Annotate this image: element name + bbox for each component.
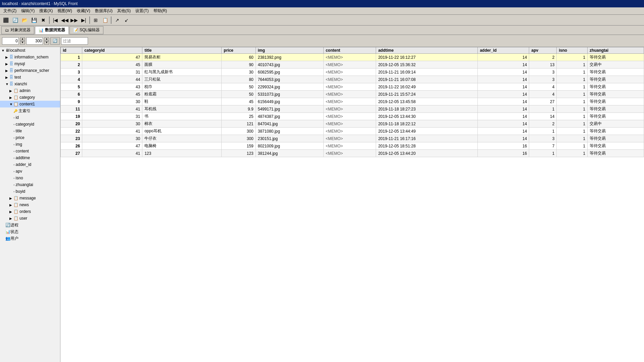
- sidebar-item-performance-schema[interactable]: ▶ 🗄 performance_scher: [0, 67, 60, 74]
- cell-isno[interactable]: 1: [557, 98, 588, 105]
- cell-apv[interactable]: 3: [529, 135, 557, 142]
- cell-addtime[interactable]: 2019-12-05 13:44:49: [376, 128, 478, 135]
- offset-spinner[interactable]: ▲ ▼: [20, 37, 25, 45]
- sidebar-item-orders[interactable]: ▶ 📋 orders: [0, 208, 60, 215]
- open-button[interactable]: 📂: [20, 16, 29, 25]
- cell-zhuangtai[interactable]: 等待交易: [588, 69, 644, 76]
- cell-categoryid[interactable]: 30: [82, 98, 142, 105]
- cell-categoryid[interactable]: 47: [82, 142, 142, 150]
- cell-apv[interactable]: 27: [529, 98, 557, 105]
- menu-search[interactable]: 搜索(X): [37, 8, 55, 14]
- refresh-query-button[interactable]: 🔄: [50, 37, 60, 45]
- cell-price[interactable]: 50: [222, 91, 256, 98]
- sidebar-item-field-apv[interactable]: ▪ apv: [0, 168, 60, 175]
- cell-price[interactable]: 45: [222, 98, 256, 105]
- cell-img[interactable]: 5331073.jpg: [256, 91, 323, 98]
- data-area[interactable]: id categoryid title price img content ad…: [60, 47, 644, 362]
- cell-adder_id[interactable]: 14: [478, 113, 529, 120]
- cell-categoryid[interactable]: 44: [82, 76, 142, 83]
- expand-news[interactable]: ▶: [9, 203, 13, 207]
- cell-zhuangtai[interactable]: 等待交易: [588, 105, 644, 113]
- cell-addtime[interactable]: 2019-12-05 18:51:28: [376, 142, 478, 150]
- col-header-addtime[interactable]: addtime: [376, 47, 478, 54]
- cell-adder_id[interactable]: 14: [478, 54, 529, 61]
- cell-price[interactable]: 9.9: [222, 105, 256, 113]
- menu-other[interactable]: 其他(S): [115, 8, 133, 14]
- cell-price[interactable]: 123: [222, 150, 256, 157]
- cell-adder_id[interactable]: 14: [478, 83, 529, 91]
- cell-id[interactable]: 5: [61, 83, 82, 91]
- table-row[interactable]: 930鞋456156449.jpg<MEMO>2019-12-05 13:45:…: [61, 98, 644, 105]
- col-header-price[interactable]: price: [222, 47, 256, 54]
- cell-id[interactable]: 26: [61, 142, 82, 150]
- sidebar-item-primary-key[interactable]: 🔑 主索引: [0, 107, 60, 114]
- tab-data-browser[interactable]: 📊 数据浏览器: [35, 26, 69, 34]
- cell-isno[interactable]: 1: [557, 91, 588, 98]
- cell-content[interactable]: <MEMO>: [323, 113, 376, 120]
- sidebar-item-field-content[interactable]: ▪ content: [0, 148, 60, 154]
- cell-id[interactable]: 19: [61, 113, 82, 120]
- cell-addtime[interactable]: 2019-11-21 16:17:16: [376, 135, 478, 142]
- cell-isno[interactable]: 1: [557, 105, 588, 113]
- delete-button[interactable]: ✖: [39, 16, 48, 25]
- cell-price[interactable]: 121: [222, 120, 256, 128]
- cell-title[interactable]: 棉衣: [142, 120, 222, 128]
- cell-apv[interactable]: 4: [529, 91, 557, 98]
- sidebar-item-field-title[interactable]: ▪ title: [0, 128, 60, 134]
- limit-spinner[interactable]: ▲ ▼: [44, 37, 49, 45]
- expand-performance-schema[interactable]: ▶: [5, 69, 9, 73]
- table-row[interactable]: 2241oppo耳机3003871080.jpg<MEMO>2019-12-05…: [61, 128, 644, 135]
- cell-content[interactable]: <MEMO>: [323, 105, 376, 113]
- sidebar-item-users[interactable]: 👥 用户: [0, 235, 60, 242]
- cell-categoryid[interactable]: 45: [82, 91, 142, 98]
- cell-img[interactable]: 230151.jpg: [256, 135, 323, 142]
- tab-object-browser[interactable]: 🗂 对象浏览器: [1, 26, 34, 34]
- cell-content[interactable]: <MEMO>: [323, 135, 376, 142]
- cell-apv[interactable]: 14: [529, 113, 557, 120]
- cell-id[interactable]: 27: [61, 150, 82, 157]
- table-row[interactable]: 2647电脑椅1598021009.jpg<MEMO>2019-12-05 18…: [61, 142, 644, 150]
- cell-adder_id[interactable]: 16: [478, 142, 529, 150]
- cell-zhuangtai[interactable]: 等待交易: [588, 76, 644, 83]
- sidebar-item-mysql[interactable]: ▶ 🗄 mysql: [0, 60, 60, 67]
- cell-img[interactable]: 8021009.jpg: [256, 142, 323, 150]
- table-row[interactable]: 2741123123381244.jpg<MEMO>2019-12-05 13:…: [61, 150, 644, 157]
- cell-content[interactable]: <MEMO>: [323, 83, 376, 91]
- cell-zhuangtai[interactable]: 等待交易: [588, 142, 644, 150]
- col-header-isno[interactable]: isno: [557, 47, 588, 54]
- cell-content[interactable]: <MEMO>: [323, 128, 376, 135]
- cell-isno[interactable]: 1: [557, 120, 588, 128]
- cell-zhuangtai[interactable]: 等待交易: [588, 128, 644, 135]
- menu-edit[interactable]: 编辑(Y): [19, 8, 37, 14]
- cell-apv[interactable]: 3: [529, 69, 557, 76]
- cell-img[interactable]: 2299324.jpg: [256, 83, 323, 91]
- cell-zhuangtai[interactable]: 等待交易: [588, 135, 644, 142]
- cell-id[interactable]: 20: [61, 120, 82, 128]
- cell-title[interactable]: 红与黑九成新书: [142, 69, 222, 76]
- cell-isno[interactable]: 1: [557, 69, 588, 76]
- cell-content[interactable]: <MEMO>: [323, 54, 376, 61]
- sidebar-item-content1[interactable]: ▼ 📋 content1: [0, 101, 60, 107]
- expand-information-schema[interactable]: ▶: [5, 55, 9, 59]
- cell-id[interactable]: 23: [61, 135, 82, 142]
- cell-apv[interactable]: 2: [529, 54, 557, 61]
- table-row[interactable]: 2330牛仔衣300230151.jpg<MEMO>2019-11-21 16:…: [61, 135, 644, 142]
- expand-admin[interactable]: ▶: [9, 89, 13, 93]
- cell-content[interactable]: <MEMO>: [323, 120, 376, 128]
- menu-file[interactable]: 文件(Z): [1, 8, 18, 14]
- filter-input[interactable]: [61, 37, 88, 45]
- cell-isno[interactable]: 1: [557, 61, 588, 69]
- expand-category[interactable]: ▶: [9, 96, 13, 99]
- save-button[interactable]: 💾: [30, 16, 38, 25]
- cell-categoryid[interactable]: 30: [82, 135, 142, 142]
- table-row[interactable]: 147简易衣柜602381392.png<MEMO>2019-11-22 16:…: [61, 54, 644, 61]
- cell-addtime[interactable]: 2019-12-05 13:45:58: [376, 98, 478, 105]
- first-button[interactable]: |◀: [51, 16, 60, 25]
- cell-title[interactable]: oppo耳机: [142, 128, 222, 135]
- cell-content[interactable]: <MEMO>: [323, 76, 376, 83]
- menu-database[interactable]: 数据库(U): [93, 8, 115, 14]
- cell-title[interactable]: 三只松鼠: [142, 76, 222, 83]
- cell-addtime[interactable]: 2019-12-05 13:44:20: [376, 150, 478, 157]
- cell-img[interactable]: 7644053.jpg: [256, 76, 323, 83]
- sidebar-item-test[interactable]: ▶ 🗄 test: [0, 74, 60, 81]
